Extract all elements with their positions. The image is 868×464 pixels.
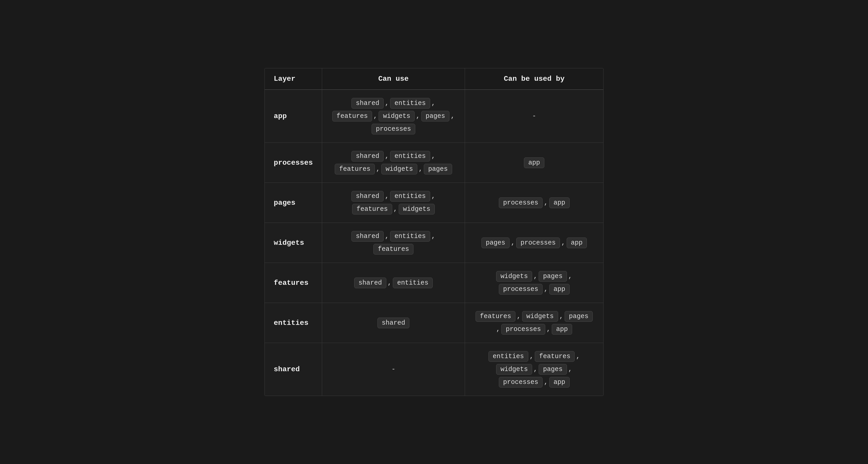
layer-name-cell: widgets (265, 223, 322, 263)
tag-item: shared (351, 98, 383, 109)
tag-item: processes (501, 324, 545, 335)
table-row: widgetsshared,entities,featurespages,pro… (265, 223, 603, 263)
separator: , (576, 353, 580, 360)
separator: , (432, 233, 435, 240)
tag-item: features (535, 351, 575, 362)
tag-item: entities (390, 98, 430, 109)
tag-item: features (335, 164, 375, 174)
layer-name-cell: pages (265, 183, 322, 223)
separator: , (385, 99, 389, 107)
tag-item: pages (539, 271, 567, 282)
separator: , (544, 378, 548, 386)
separator: , (432, 193, 435, 200)
tag-item: features (332, 111, 372, 121)
separator: , (530, 353, 533, 360)
separator: , (416, 112, 420, 120)
separator: , (418, 165, 423, 173)
separator: , (432, 99, 435, 107)
can-be-used-by-cell: - (465, 90, 603, 143)
can-use-cell: shared,entities (322, 263, 465, 303)
tag-item: widgets (399, 204, 435, 214)
table-row: pagesshared,entities,features,widgetspro… (265, 183, 603, 223)
tag-item: shared (351, 151, 383, 162)
separator: , (496, 325, 500, 333)
tag-item: features (352, 204, 392, 214)
header-can-use: Can use (322, 68, 465, 90)
tag-item: widgets (381, 164, 417, 174)
tag-item: entities (489, 351, 528, 362)
layer-table-container: Layer Can use Can be used by appshared,e… (265, 68, 603, 396)
can-use-cell: - (322, 343, 465, 396)
tag-item: processes (499, 198, 543, 208)
separator: , (373, 112, 377, 120)
tag-item: app (567, 237, 587, 248)
separator: , (547, 325, 550, 333)
can-be-used-by-cell: features,widgets,pages,processes,app (465, 303, 603, 343)
separator: , (517, 313, 521, 320)
can-be-used-by-cell: pages,processes,app (465, 223, 603, 263)
tag-item: widgets (496, 364, 532, 375)
tag-item: widgets (522, 311, 558, 322)
tag-item: pages (539, 364, 567, 375)
layer-table: Layer Can use Can be used by appshared,e… (265, 68, 603, 396)
separator: , (561, 239, 565, 246)
tag-item: pages (421, 111, 450, 121)
tag-item: app (549, 377, 569, 387)
layer-name-cell: app (265, 90, 322, 143)
separator: , (394, 205, 397, 213)
tag-item: shared (351, 191, 383, 202)
can-use-cell: shared,entities,features,widgets (322, 183, 465, 223)
can-be-used-by-cell: widgets,pages,processes,app (465, 263, 603, 303)
table-row: entitiessharedfeatures,widgets,pages,pro… (265, 303, 603, 343)
header-can-be-used-by: Can be used by (465, 68, 603, 90)
tag-item: features (373, 244, 413, 255)
separator: , (385, 193, 389, 200)
separator: , (533, 272, 537, 280)
layer-name-cell: shared (265, 343, 322, 396)
tag-item: app (549, 198, 569, 208)
separator: , (385, 233, 389, 240)
tag-item: widgets (379, 111, 414, 121)
tag-item: shared (377, 318, 410, 328)
tag-item: features (475, 311, 515, 322)
can-use-cell: shared (322, 303, 465, 343)
tag-item: processes (499, 377, 543, 387)
table-row: shared-entities,features,widgets,pages,p… (265, 343, 603, 396)
empty-dash: - (532, 112, 536, 120)
tag-item: pages (565, 311, 593, 322)
separator: , (544, 286, 548, 293)
separator: , (385, 152, 389, 160)
tag-item: widgets (496, 271, 532, 282)
tag-item: processes (516, 237, 560, 248)
tag-item: pages (424, 164, 452, 174)
table-header-row: Layer Can use Can be used by (265, 68, 603, 90)
tag-item: app (552, 324, 572, 335)
table-row: featuresshared,entitieswidgets,pages,pro… (265, 263, 603, 303)
empty-dash: - (392, 366, 395, 373)
layer-name-cell: features (265, 263, 322, 303)
separator: , (376, 165, 380, 173)
can-use-cell: shared,entities,features,widgets,pages (322, 143, 465, 183)
separator: , (451, 112, 455, 120)
tag-item: shared (351, 231, 383, 242)
separator: , (533, 366, 537, 373)
separator: , (544, 199, 548, 207)
tag-item: entities (390, 231, 430, 242)
tag-item: app (524, 157, 544, 168)
tag-item: entities (390, 191, 430, 202)
tag-item: entities (393, 278, 433, 288)
can-be-used-by-cell: processes,app (465, 183, 603, 223)
separator: , (388, 279, 392, 287)
can-be-used-by-cell: entities,features,widgets,pages,processe… (465, 343, 603, 396)
table-row: appshared,entities,features,widgets,page… (265, 90, 603, 143)
separator: , (568, 366, 572, 373)
can-use-cell: shared,entities,features (322, 223, 465, 263)
tag-item: processes (499, 284, 543, 295)
can-be-used-by-cell: app (465, 143, 603, 183)
tag-item: processes (372, 124, 415, 135)
tag-item: shared (354, 278, 386, 288)
layer-name-cell: processes (265, 143, 322, 183)
tag-item: app (549, 284, 569, 295)
layer-name-cell: entities (265, 303, 322, 343)
header-layer: Layer (265, 68, 322, 90)
